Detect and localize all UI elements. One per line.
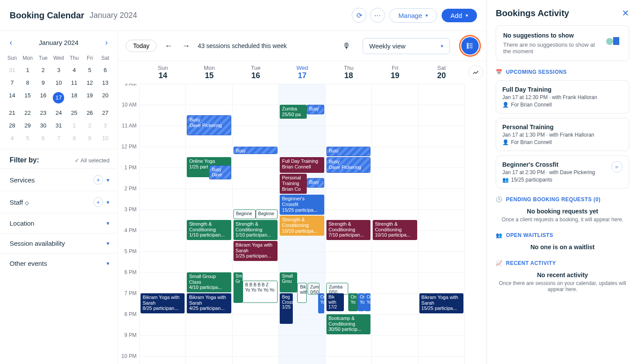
mini-cal-prev[interactable]: ‹	[7, 37, 15, 48]
day-header[interactable]: Tue16	[233, 61, 279, 84]
view-select[interactable]: Weekly view ▾	[363, 38, 450, 54]
session-card[interactable]: ▹Beginner's CrossfitJan 17 at 2:30 PM · …	[496, 155, 629, 189]
day-column[interactable]: BusyBusyDave PickeringStrength & Conditi…	[326, 84, 372, 364]
filter-other-events[interactable]: Other events ▾	[0, 253, 117, 273]
close-panel-button[interactable]: ✕	[622, 8, 629, 18]
mini-day[interactable]: 3	[51, 64, 67, 76]
filter-location[interactable]: Location ▾	[0, 213, 117, 233]
mini-day[interactable]: 18	[66, 89, 82, 106]
filter-session-availability[interactable]: Session availability ▾	[0, 233, 117, 253]
plus-icon[interactable]: +	[93, 175, 103, 185]
calendar-event[interactable]: Bikwith17/2	[326, 293, 344, 311]
calendar-event[interactable]: Strength & Conditioning10/10 participa..…	[373, 220, 417, 240]
prev-week-button[interactable]: ←	[163, 40, 174, 52]
mini-day[interactable]: 1	[66, 119, 82, 132]
calendar-event[interactable]: Busy	[307, 178, 324, 188]
day-column[interactable]: BusyDave PickeringOnline Yoga1/25 partBu…	[186, 84, 232, 364]
mini-day[interactable]: 15	[20, 89, 36, 106]
day-column[interactable]: BusyBeginneBeginneStrength & Conditionin…	[233, 84, 279, 364]
calendar-event[interactable]: Beginne	[233, 209, 256, 219]
plus-icon[interactable]: +	[93, 197, 103, 207]
mini-day[interactable]: 2	[82, 119, 98, 132]
mini-day[interactable]: 4	[66, 64, 82, 76]
voice-icon[interactable]: 🎙	[343, 41, 350, 51]
filter-all-selected[interactable]: All selected	[75, 157, 110, 164]
mini-day[interactable]: 8	[20, 76, 36, 89]
filter-services[interactable]: Services +▾	[0, 168, 117, 191]
mini-day[interactable]: 11	[66, 76, 82, 89]
mini-day[interactable]: 3	[97, 119, 113, 132]
mini-day[interactable]: 27	[97, 106, 113, 119]
mini-day[interactable]: 14	[4, 89, 20, 106]
mini-day[interactable]: 22	[20, 106, 36, 119]
mini-day[interactable]: 30	[35, 119, 51, 132]
mini-day[interactable]: 26	[82, 106, 98, 119]
day-header[interactable]: Thu18	[326, 61, 372, 84]
mini-day[interactable]: 6	[97, 64, 113, 76]
manage-button[interactable]: Manage▾	[389, 8, 437, 23]
calendar-event[interactable]: Beginne	[256, 209, 278, 219]
mini-day[interactable]: 10	[51, 76, 67, 89]
mini-day[interactable]: 21	[4, 106, 20, 119]
today-button[interactable]: Today	[126, 40, 157, 52]
calendar-event[interactable]: Bikram Yoga with Sarah1/25 participan...	[233, 241, 278, 261]
calendar-event[interactable]: SmGr	[233, 272, 243, 303]
mini-day[interactable]: 23	[35, 106, 51, 119]
calendar-event[interactable]: OnYo	[358, 293, 365, 311]
calendar-event[interactable]: Beginner's Crossfit15/25 participa...	[280, 195, 324, 215]
calendar-event[interactable]: Bikwith	[297, 283, 306, 303]
calendar-event[interactable]: Strength & Conditioning1/10 participan..…	[187, 220, 231, 240]
calendar-event[interactable]: B B B B B ZYo Yo Yo Yo Yo	[243, 281, 278, 303]
day-header[interactable]: Mon15	[186, 61, 232, 84]
list-view-toggle[interactable]	[461, 37, 479, 55]
mini-day[interactable]: 6	[35, 132, 51, 144]
next-week-button[interactable]: →	[180, 40, 192, 52]
calendar-event[interactable]: Zumba0/50	[308, 283, 319, 295]
mini-day[interactable]: 25	[66, 106, 82, 119]
mini-day[interactable]: 7	[4, 76, 20, 89]
calendar-event[interactable]: Personal TrainingBrian Co	[280, 174, 306, 194]
mini-day[interactable]: 1	[20, 64, 36, 76]
day-column[interactable]: Zumba25/50 paBusyFull Day TrainingBrian …	[279, 84, 325, 364]
calendar-event[interactable]: Strength & Conditioning7/10 participan..…	[326, 220, 370, 240]
mini-day[interactable]: 4	[4, 132, 20, 144]
calendar-event[interactable]: Bikram Yoga with Sarah4/25 participan...	[187, 293, 231, 313]
day-header[interactable]: Fri19	[372, 61, 418, 84]
mini-day[interactable]: 12	[82, 76, 98, 89]
calendar-event[interactable]: Strength & Conditioning1/10 participan..…	[233, 220, 278, 240]
calendar-event[interactable]: Bikram Yoga with Sarah15/25 participa...	[419, 293, 463, 313]
mini-day[interactable]: 17	[51, 89, 67, 106]
mini-day[interactable]: 28	[4, 119, 20, 132]
calendar-event[interactable]: Zumba25/50 pa	[280, 105, 306, 119]
calendar-event[interactable]: BusyDave	[209, 165, 231, 179]
calendar-event[interactable]: Bootcamp & Conditioning30/50 particip...	[326, 314, 370, 334]
more-button[interactable]: ⋯	[370, 8, 385, 23]
calendar-event[interactable]: Busy	[326, 147, 370, 156]
day-column[interactable]: Bikram Yoga with Sarah15/25 participa...	[418, 84, 465, 364]
calendar-event[interactable]: Strength & Conditioning10/10 participa..…	[280, 216, 324, 236]
calendar-event[interactable]: OnYo	[318, 293, 324, 313]
mini-day[interactable]: 9	[82, 132, 98, 144]
mini-day[interactable]: 5	[82, 64, 98, 76]
analytics-button[interactable]	[468, 65, 483, 80]
mini-day[interactable]: 9	[35, 76, 51, 89]
add-button[interactable]: Add▾	[442, 9, 477, 22]
calendar-event[interactable]: Bikram Yoga with Sarah8/25 participan...	[141, 293, 185, 313]
calendar-event[interactable]: Full Day TrainingBrian Connell	[280, 157, 324, 173]
day-column[interactable]: Strength & Conditioning10/10 participa..…	[372, 84, 418, 364]
calendar-event[interactable]: SmallGrou	[280, 272, 297, 292]
mini-day[interactable]: 20	[97, 89, 113, 106]
mini-cal-next[interactable]: ›	[103, 37, 110, 48]
calendar-event[interactable]: BusyDave Pickering	[326, 157, 370, 173]
calendar-event[interactable]: Small Group Class4/10 participa...	[187, 272, 231, 292]
session-card[interactable]: Full Day TrainingJan 17 at 12:30 PM · wi…	[496, 80, 629, 113]
day-header[interactable]: Sat20	[418, 61, 465, 84]
mini-day[interactable]: 8	[66, 132, 82, 144]
mini-day[interactable]: 31	[51, 119, 67, 132]
calendar-event[interactable]: Busy	[307, 105, 324, 114]
day-header[interactable]: Wed17	[279, 61, 325, 84]
mini-day[interactable]: 2	[35, 64, 51, 76]
mini-day[interactable]: 7	[51, 132, 67, 144]
mini-day[interactable]: 19	[82, 89, 98, 106]
calendar-event[interactable]: OnYo	[364, 293, 370, 311]
